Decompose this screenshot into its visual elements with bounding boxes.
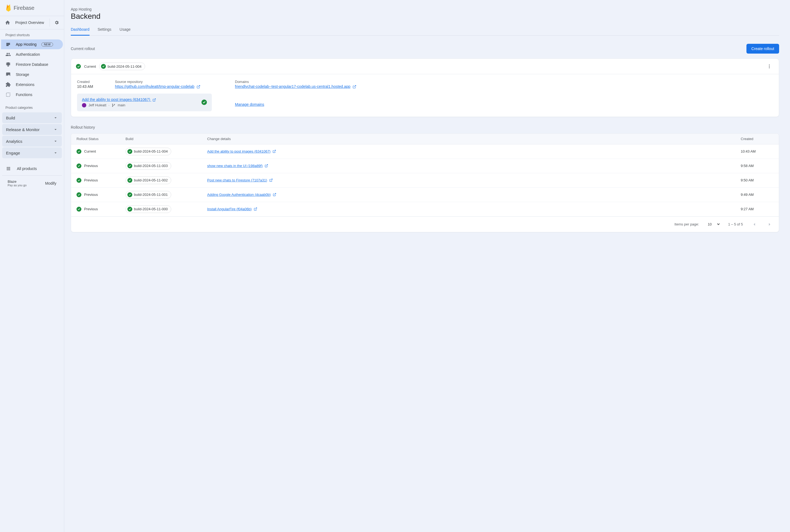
build-chip[interactable]: build-2024-05-11-004: [126, 148, 171, 155]
sidebar-item-label: Firestore Database: [16, 62, 48, 66]
build-chip[interactable]: build-2024-05-11-001: [126, 191, 171, 198]
manage-domains-link[interactable]: Manage domains: [235, 102, 264, 107]
check-icon: [127, 178, 132, 183]
tab-dashboard[interactable]: Dashboard: [71, 24, 90, 36]
build-chip[interactable]: build-2024-05-11-003: [126, 162, 171, 170]
app-hosting-icon: [5, 42, 11, 47]
change-link[interactable]: Install AngularFire (f04a06b): [207, 207, 252, 211]
rollout-history-title: Rollout history: [71, 125, 779, 130]
build-id: build-2024-05-11-001: [134, 193, 168, 197]
col-created: Created: [735, 134, 779, 145]
chevron-down-icon: [53, 150, 58, 155]
status-text: Previous: [84, 207, 98, 211]
pager-range: 1 – 5 of 5: [728, 222, 743, 226]
change-link[interactable]: Post new chats to Firestore (7107a31): [207, 178, 267, 182]
functions-icon: [5, 92, 11, 97]
external-link-icon: [152, 98, 156, 102]
category-release[interactable]: Release & Monitor: [2, 124, 62, 135]
category-build[interactable]: Build: [2, 112, 62, 123]
check-icon: [76, 149, 81, 154]
status-cell: Previous: [76, 178, 115, 183]
chevron-down-icon: [53, 127, 58, 132]
sidebar-item-app-hosting[interactable]: App Hosting NEW: [1, 39, 63, 49]
brand[interactable]: Firebase: [0, 0, 64, 16]
created-time: 10:43 AM: [77, 84, 93, 89]
settings-gear-button[interactable]: [50, 19, 61, 27]
category-label: Build: [6, 116, 15, 120]
category-label: Release & Monitor: [6, 127, 39, 132]
avatar: [82, 103, 86, 108]
check-icon: [127, 149, 132, 154]
sidebar-item-authentication[interactable]: Authentication: [1, 50, 63, 59]
check-icon: [127, 192, 132, 197]
domain-link[interactable]: friendlychat-codelab--test-angular17-cod…: [235, 84, 350, 89]
pager: Items per page: 10 1 – 5 of 5: [71, 216, 779, 232]
status-cell: Current: [76, 149, 115, 154]
build-chip[interactable]: build-2024-05-11-000: [126, 205, 171, 213]
firebase-logo-icon: [5, 4, 12, 12]
chevron-right-icon: [767, 222, 772, 227]
new-badge: NEW: [41, 42, 53, 46]
check-icon: [127, 207, 132, 212]
svg-point-3: [769, 68, 770, 68]
create-rollout-button[interactable]: Create rollout: [747, 44, 779, 54]
home-icon: [5, 20, 10, 25]
build-id: build-2024-05-11-003: [134, 164, 168, 168]
sidebar-item-functions[interactable]: Functions: [1, 90, 63, 99]
authentication-icon: [5, 52, 11, 57]
extensions-icon: [5, 82, 11, 87]
status-cell: Previous: [76, 207, 115, 212]
sidebar-item-storage[interactable]: Storage: [1, 70, 63, 79]
check-icon: [201, 99, 207, 105]
commit-link[interactable]: Add the ability to post images (6341067): [82, 97, 156, 102]
commit-branch: main: [117, 103, 125, 107]
external-link-icon: [352, 85, 356, 89]
project-overview-link[interactable]: Project Overview: [5, 18, 49, 27]
commit-author: Jeff Huleatt: [89, 103, 107, 107]
tab-usage[interactable]: Usage: [120, 24, 130, 35]
category-engage[interactable]: Engage: [2, 147, 62, 158]
external-link-icon: [269, 178, 273, 182]
build-chip[interactable]: build-2024-05-11-004: [99, 62, 145, 70]
external-link-icon: [264, 164, 269, 168]
rollout-history-table: Rollout Status Build Change details Crea…: [71, 133, 779, 232]
plan-modify-button[interactable]: Modify: [45, 181, 56, 186]
build-id: build-2024-05-11-004: [108, 64, 141, 69]
build-id: build-2024-05-11-004: [134, 149, 168, 153]
source-repo-link[interactable]: https://github.com/jhuleatt/tmp-angular-…: [115, 84, 195, 89]
check-icon: [76, 178, 81, 183]
chevron-down-icon: [53, 139, 58, 144]
pager-prev-button[interactable]: [751, 221, 758, 228]
plan-footer: Blaze Pay as you go Modify: [2, 175, 62, 191]
build-chip[interactable]: build-2024-05-11-002: [126, 176, 171, 184]
category-analytics[interactable]: Analytics: [2, 136, 62, 147]
more-vert-icon: [767, 64, 772, 69]
change-link[interactable]: Adding Google Authentication (dcaab0b): [207, 193, 271, 197]
col-status: Rollout Status: [71, 134, 120, 145]
all-products-label: All products: [17, 167, 37, 171]
svg-rect-0: [6, 93, 10, 96]
change-link[interactable]: show new chats in the UI (198a89f): [207, 164, 263, 168]
commit-box: Add the ability to post images (6341067)…: [77, 94, 212, 111]
sidebar-item-firestore[interactable]: Firestore Database: [1, 60, 63, 69]
branch-icon: [112, 103, 115, 107]
external-link-icon: [197, 85, 200, 89]
table-row: Previous build-2024-05-11-000 Install An…: [71, 202, 779, 216]
table-row: Current build-2024-05-11-004 Add the abi…: [71, 144, 779, 158]
all-products-link[interactable]: All products: [0, 162, 64, 175]
sidebar-item-extensions[interactable]: Extensions: [1, 80, 63, 90]
svg-point-6: [114, 104, 115, 105]
more-button[interactable]: [765, 63, 774, 70]
page-title: Backend: [71, 12, 779, 21]
chevron-left-icon: [752, 222, 757, 227]
change-link[interactable]: Add the ability to post images (6341067): [207, 149, 271, 153]
current-rollout-title: Current rollout: [71, 46, 95, 51]
status-text: Previous: [84, 164, 98, 168]
pager-size-select[interactable]: 10: [707, 222, 721, 227]
plan-tier: Blaze: [7, 179, 27, 184]
tab-settings[interactable]: Settings: [98, 24, 112, 35]
svg-point-4: [112, 103, 113, 104]
build-id: build-2024-05-11-000: [134, 207, 168, 211]
col-change: Change details: [202, 134, 735, 145]
pager-next-button[interactable]: [766, 221, 773, 228]
